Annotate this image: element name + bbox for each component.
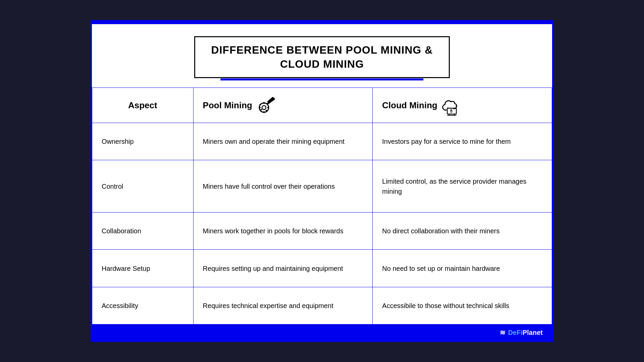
aspect-cell: Collaboration <box>92 213 194 250</box>
cloud-cell: Limited control, as the service provider… <box>373 160 552 213</box>
cloud-mining-header: Cloud Mining ₿ <box>373 88 552 123</box>
svg-rect-4 <box>263 111 265 113</box>
svg-rect-5 <box>259 107 261 108</box>
pool-cell: Requires setting up and maintaining equi… <box>193 250 373 287</box>
bottom-bar: ≋ DeFiPlanet <box>92 324 552 341</box>
top-bar <box>92 21 552 24</box>
svg-rect-6 <box>267 107 269 108</box>
pool-cell: Miners work together in pools for block … <box>193 213 373 250</box>
cloud-cell: No need to set up or maintain hardware <box>373 250 552 287</box>
comparison-table: Aspect Pool Mining <box>92 87 552 324</box>
svg-text:₿: ₿ <box>450 109 452 113</box>
table-row: AccessibilityRequires technical expertis… <box>92 287 552 324</box>
table-row: ControlMiners have full control over the… <box>92 160 552 213</box>
table-row: OwnershipMiners own and operate their mi… <box>92 123 552 160</box>
cloud-cell: Investors pay for a service to mine for … <box>373 123 552 160</box>
svg-point-17 <box>447 108 448 109</box>
table-row: Hardware SetupRequires setting up and ma… <box>92 250 552 287</box>
table-row: CollaborationMiners work together in poo… <box>92 213 552 250</box>
aspect-cell: Hardware Setup <box>92 250 194 287</box>
pool-mining-header: Pool Mining <box>193 88 373 123</box>
pool-mining-col-header: Pool Mining <box>203 95 363 115</box>
svg-rect-3 <box>263 102 265 104</box>
brand-logo-icon: ≋ <box>500 328 505 337</box>
title-section: DIFFERENCE BETWEEN POOL MINING & CLOUD M… <box>92 24 552 87</box>
cloud-mining-col-header: Cloud Mining ₿ <box>382 95 542 115</box>
cloud-cell: Accessibile to those without technical s… <box>373 287 552 324</box>
aspect-cell: Control <box>92 160 194 213</box>
svg-point-1 <box>262 106 266 110</box>
svg-point-19 <box>456 105 457 107</box>
table-body: OwnershipMiners own and operate their mi… <box>92 123 552 324</box>
brand-name: DeFiPlanet <box>508 329 543 337</box>
pool-mining-icon <box>256 95 276 115</box>
aspect-header: Aspect <box>92 88 194 123</box>
table-header-row: Aspect Pool Mining <box>92 88 552 123</box>
pool-cell: Miners own and operate their mining equi… <box>193 123 373 160</box>
pool-cell: Requires technical expertise and equipme… <box>193 287 373 324</box>
aspect-cell: Accessibility <box>92 287 194 324</box>
cloud-mining-icon: ₿ <box>441 95 462 115</box>
brand-logo: ≋ DeFiPlanet <box>500 328 543 337</box>
title-box: DIFFERENCE BETWEEN POOL MINING & CLOUD M… <box>194 36 450 78</box>
main-card: DIFFERENCE BETWEEN POOL MINING & CLOUD M… <box>91 20 553 342</box>
cloud-cell: No direct collaboration with their miner… <box>373 213 552 250</box>
svg-point-18 <box>455 108 457 109</box>
svg-point-16 <box>445 110 447 111</box>
pool-cell: Miners have full control over their oper… <box>193 160 373 213</box>
aspect-cell: Ownership <box>92 123 194 160</box>
page-title: DIFFERENCE BETWEEN POOL MINING & CLOUD M… <box>211 43 433 71</box>
